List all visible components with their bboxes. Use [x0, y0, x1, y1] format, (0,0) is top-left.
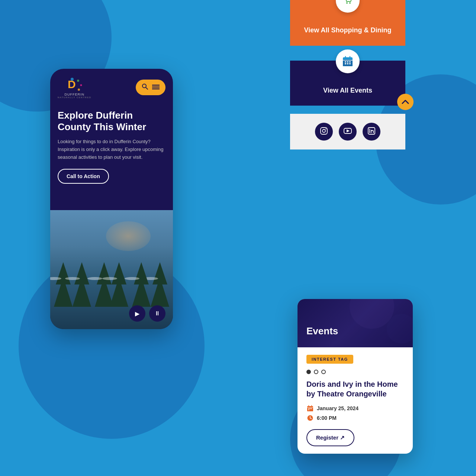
svg-rect-20 — [349, 61, 351, 62]
chevron-area — [290, 106, 405, 114]
event-meta: January 25, 2024 6:00 PM — [306, 405, 404, 422]
svg-rect-21 — [345, 63, 346, 64]
svg-point-12 — [346, 2, 348, 4]
events-card: Events INTEREST TAG Doris and Ivy in the… — [298, 299, 413, 454]
event-time: 6:00 PM — [317, 415, 337, 421]
phone-hero-section: Explore Dufferin County This Winter Look… — [50, 102, 173, 184]
logo-subtext: NATURALLY CENTRED — [58, 96, 91, 99]
linkedin-button[interactable] — [363, 123, 380, 141]
svg-rect-40 — [310, 408, 311, 409]
event-calendar-icon — [306, 405, 314, 412]
event-title: Doris and Ivy in the Home by Theatre Ora… — [306, 379, 404, 399]
calendar-icon — [341, 55, 354, 68]
svg-point-3 — [77, 80, 79, 82]
hero-title: Explore Dufferin County This Winter — [58, 110, 165, 133]
interest-tag: INTEREST TAG — [306, 355, 353, 364]
events-label: View All Events — [298, 87, 398, 94]
tree-5 — [132, 277, 151, 307]
register-button[interactable]: Register ↗ — [306, 429, 354, 446]
sky-glow — [106, 221, 151, 251]
events-card-header: Events — [298, 299, 413, 347]
svg-point-4 — [80, 84, 82, 86]
tree-1 — [54, 277, 73, 307]
menu-icon — [152, 84, 160, 91]
youtube-button[interactable] — [339, 123, 357, 141]
svg-point-13 — [349, 2, 351, 4]
event-date: January 25, 2024 — [317, 405, 358, 411]
svg-rect-19 — [347, 61, 348, 62]
shopping-bg: View All Shopping & Dining — [290, 0, 405, 46]
cta-button[interactable]: Call to Action — [58, 169, 109, 184]
shopping-cart-icon — [342, 0, 354, 7]
event-date-row: January 25, 2024 — [306, 405, 404, 412]
svg-point-27 — [322, 129, 325, 132]
events-bg: View All Events — [290, 61, 405, 106]
event-time-row: 6:00 PM — [306, 414, 404, 422]
header-pattern — [298, 299, 413, 347]
svg-point-2 — [71, 78, 74, 81]
tree-4 — [151, 277, 169, 307]
events-category-section: View All Events — [290, 61, 405, 106]
svg-rect-37 — [307, 407, 313, 411]
instagram-button[interactable] — [315, 123, 333, 141]
search-icon — [142, 83, 148, 91]
right-top-card: View All Shopping & Dining — [290, 0, 405, 149]
shopping-section: View All Shopping & Dining — [290, 0, 405, 46]
instagram-icon — [320, 127, 328, 137]
events-icon-circle — [336, 49, 360, 73]
pagination-dots — [306, 370, 404, 374]
tree-6 — [110, 277, 128, 307]
chevron-up-icon — [402, 100, 409, 104]
svg-line-7 — [146, 87, 148, 89]
winter-scene-image: ▶ ⏸ — [50, 210, 173, 329]
svg-point-33 — [369, 129, 370, 129]
dufferin-logo: D DUFFERIN NATURALLY CENTRED — [58, 76, 91, 99]
svg-rect-23 — [349, 63, 351, 64]
hero-description: Looking for things to do in Dufferin Cou… — [58, 138, 165, 161]
svg-rect-41 — [311, 408, 312, 409]
logo-name: DUFFERIN — [65, 93, 85, 96]
logo-icon: D — [65, 76, 84, 93]
svg-marker-30 — [347, 129, 350, 132]
phone-mockup: D DUFFERIN NATURALLY CENTRED — [50, 69, 173, 329]
events-card-body: INTEREST TAG Doris and Ivy in the Home b… — [298, 347, 413, 454]
play-icon: ▶ — [135, 310, 139, 317]
linkedin-icon — [367, 127, 376, 137]
social-section — [290, 114, 405, 149]
shopping-icon-circle — [336, 0, 360, 13]
events-card-title: Events — [306, 325, 338, 337]
pause-button[interactable]: ⏸ — [149, 305, 165, 322]
nav-button[interactable] — [136, 80, 165, 95]
event-clock-icon — [306, 414, 314, 422]
svg-point-5 — [78, 89, 80, 91]
svg-point-28 — [325, 128, 326, 129]
pause-icon: ⏸ — [154, 310, 160, 317]
svg-rect-18 — [345, 61, 346, 62]
svg-rect-39 — [308, 408, 309, 409]
svg-rect-42 — [308, 409, 309, 410]
dot-3 — [321, 370, 326, 374]
dot-2 — [314, 370, 318, 374]
svg-rect-22 — [347, 63, 348, 64]
youtube-icon — [344, 127, 352, 137]
media-controls: ▶ ⏸ — [129, 305, 165, 322]
phone-header: D DUFFERIN NATURALLY CENTRED — [50, 69, 173, 102]
shopping-label: View All Shopping & Dining — [298, 26, 398, 35]
tree-2 — [73, 277, 91, 307]
dot-1 — [306, 370, 311, 374]
play-button[interactable]: ▶ — [129, 305, 145, 322]
